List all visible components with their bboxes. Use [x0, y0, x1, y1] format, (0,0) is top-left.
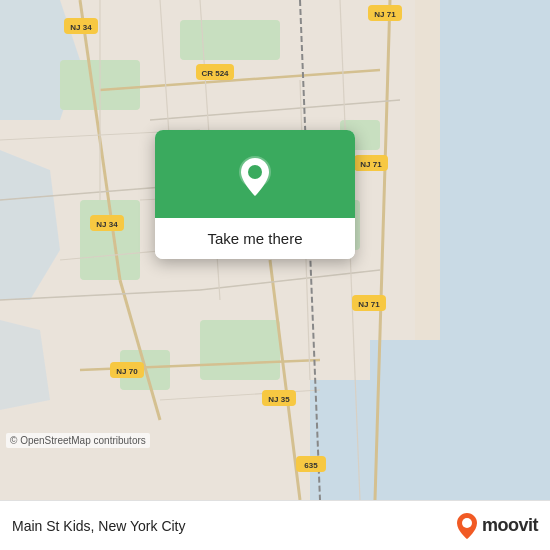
location-pin-icon	[231, 152, 279, 200]
svg-point-54	[248, 165, 262, 179]
location-title: Main St Kids, New York City	[12, 518, 186, 534]
svg-text:NJ 35: NJ 35	[268, 395, 290, 404]
moovit-pin-icon	[456, 512, 478, 540]
map-container[interactable]: NJ 71 NJ 71 NJ 71 NJ 34 NJ 34 CR 524 NJ …	[0, 0, 550, 500]
popup-card: Take me there	[155, 130, 355, 259]
svg-point-55	[462, 518, 472, 528]
svg-text:NJ 71: NJ 71	[360, 160, 382, 169]
svg-text:635: 635	[304, 461, 318, 470]
map-attribution: © OpenStreetMap contributors	[6, 433, 150, 448]
bottom-bar: Main St Kids, New York City moovit	[0, 500, 550, 550]
svg-text:NJ 70: NJ 70	[116, 367, 138, 376]
svg-rect-11	[200, 320, 280, 380]
svg-text:NJ 34: NJ 34	[96, 220, 118, 229]
svg-text:CR 524: CR 524	[201, 69, 229, 78]
svg-text:NJ 71: NJ 71	[358, 300, 380, 309]
moovit-brand-text: moovit	[482, 515, 538, 536]
popup-header	[155, 130, 355, 218]
moovit-logo: moovit	[456, 512, 538, 540]
svg-rect-9	[180, 20, 280, 60]
svg-text:NJ 34: NJ 34	[70, 23, 92, 32]
take-me-there-button[interactable]: Take me there	[155, 218, 355, 259]
svg-text:NJ 71: NJ 71	[374, 10, 396, 19]
